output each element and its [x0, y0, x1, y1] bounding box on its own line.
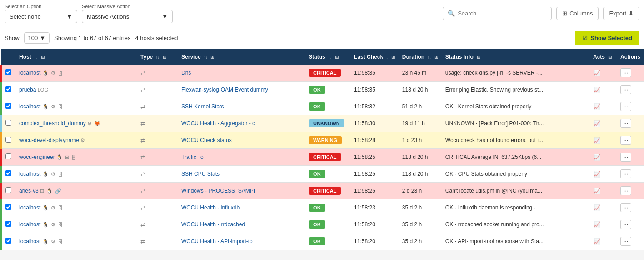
service-link[interactable]: WOCU Health - rrdcached — [181, 221, 245, 228]
columns-icon: ⊞ — [562, 10, 567, 17]
row-checkbox[interactable] — [5, 86, 11, 92]
host-type-icon: 🗄 — [58, 104, 63, 110]
service-link[interactable]: WOCU Health - influxdb — [181, 204, 240, 211]
status-sort-icon[interactable]: ↑↓ — [328, 56, 332, 60]
acts-chart-icon[interactable]: 📈 — [593, 154, 600, 161]
more-actions-button[interactable]: ··· — [620, 203, 631, 212]
lastcheck-value: 11:58:20 — [354, 221, 375, 228]
table-row: localhost 🐧⚙🗄 ⇄ SSH CPU Stats OK 11:58:2… — [1, 166, 644, 183]
row-checkbox[interactable] — [5, 120, 11, 126]
host-type-icon: ⚙ — [51, 171, 55, 177]
host-sort-icon[interactable]: ↑↓ — [34, 56, 38, 60]
search-input[interactable] — [458, 10, 547, 17]
acts-chart-icon[interactable]: 📈 — [593, 171, 600, 178]
lastcheck-value: 11:58:20 — [354, 238, 375, 245]
host-link[interactable]: wocu-devel-displayname — [19, 137, 79, 143]
status-badge: OK — [309, 102, 325, 111]
show-label: Show — [5, 35, 20, 41]
more-actions-button[interactable]: ··· — [620, 169, 631, 178]
acts-chart-icon[interactable]: 📈 — [593, 137, 600, 144]
row-checkbox-cell — [1, 65, 15, 82]
massive-action-group: Select Massive Action Massive Actions ▼ — [82, 4, 173, 23]
acts-chart-icon[interactable]: 📈 — [593, 120, 600, 127]
columns-button[interactable]: ⊞ Columns — [556, 7, 599, 20]
service-link[interactable]: Traffic_lo — [181, 154, 204, 160]
lastcheck-sort-icon[interactable]: ↓ — [386, 56, 388, 60]
service-link[interactable]: Flexwan-syslog-OAM Event dummy — [181, 87, 268, 93]
massive-action-dropdown[interactable]: Massive Actions ▼ — [82, 10, 173, 23]
type-col-icons: ⊞ — [163, 55, 166, 60]
more-actions-button[interactable]: ··· — [620, 102, 631, 111]
acts-chart-icon[interactable]: 📈 — [593, 204, 600, 211]
search-box[interactable]: 🔍 — [443, 7, 552, 20]
per-page-select[interactable]: 100 ▼ — [24, 32, 50, 44]
host-icons: LOG — [38, 87, 49, 92]
host-link[interactable]: localhost — [19, 204, 40, 211]
service-link[interactable]: Windows - PROCESS_SAMPI — [181, 188, 255, 194]
more-actions-button[interactable]: ··· — [620, 119, 631, 128]
service-sort-icon[interactable]: ↑↓ — [204, 56, 207, 60]
more-actions-button[interactable]: ··· — [620, 136, 631, 145]
row-checkbox[interactable] — [5, 153, 11, 159]
duration-sort-icon[interactable]: ↑↓ — [427, 56, 431, 60]
col-header-actions: Actions — [617, 49, 644, 65]
statusinfo-text: Error ping Elastic. Showing previous st.… — [445, 87, 543, 93]
row-checkbox[interactable] — [5, 238, 11, 244]
show-selected-button[interactable]: ☑ Show Selected — [575, 31, 639, 45]
more-actions-button[interactable]: ··· — [620, 153, 631, 162]
more-actions-button[interactable]: ··· — [620, 220, 631, 229]
host-link[interactable]: wocu-engineer — [19, 154, 55, 160]
host-link[interactable]: localhost — [19, 221, 40, 228]
acts-chart-icon[interactable]: 📈 — [593, 221, 600, 228]
lastcheck-cell: 11:58:23 — [350, 199, 399, 216]
actions-cell: ··· — [617, 216, 644, 233]
acts-chart-icon[interactable]: 📈 — [593, 87, 600, 93]
type-sort-icon[interactable]: ↑↓ — [155, 56, 159, 60]
host-link[interactable]: complex_threshold_dummy — [19, 120, 86, 127]
row-checkbox[interactable] — [5, 137, 11, 143]
row-checkbox-cell — [1, 149, 15, 166]
entry-info: Showing 1 to 67 of 67 entries — [54, 35, 130, 41]
row-checkbox[interactable] — [5, 221, 11, 227]
more-actions-button[interactable]: ··· — [620, 237, 631, 246]
row-checkbox[interactable] — [5, 187, 11, 193]
more-actions-button[interactable]: ··· — [620, 85, 631, 94]
more-actions-button[interactable]: ··· — [620, 68, 631, 77]
host-link[interactable]: localhost — [19, 103, 40, 110]
lastcheck-value: 11:58:28 — [354, 137, 375, 143]
host-link[interactable]: prueba — [19, 87, 36, 93]
row-checkbox[interactable] — [5, 204, 11, 210]
host-link[interactable]: aries-v3 — [19, 188, 39, 194]
more-actions-button[interactable]: ··· — [620, 186, 631, 195]
host-type-icon: 🗄 — [71, 155, 76, 160]
service-link[interactable]: WOCU Health - Aggregator - c — [181, 120, 255, 127]
export-button[interactable]: Export ⬇ — [603, 7, 639, 20]
acts-chart-icon[interactable]: 📈 — [593, 188, 600, 194]
row-checkbox[interactable] — [5, 69, 11, 75]
host-cell: complex_threshold_dummy ⚙🦊 — [15, 115, 137, 132]
lastcheck-cell: 11:58:25 — [350, 166, 399, 183]
acts-chart-icon[interactable]: 📈 — [593, 103, 600, 110]
service-link[interactable]: SSH CPU Stats — [181, 171, 220, 177]
row-checkbox[interactable] — [5, 170, 11, 176]
acts-chart-icon[interactable]: 📈 — [593, 238, 600, 245]
show-selected-check-icon: ☑ — [582, 35, 588, 41]
select-option-dropdown[interactable]: Select none ▼ — [5, 10, 77, 23]
service-link[interactable]: WOCU Check status — [181, 137, 232, 143]
host-type-icon: ⚙ — [80, 138, 85, 143]
acts-chart-icon[interactable]: 📈 — [593, 70, 600, 76]
type-cell: ⇄ — [137, 149, 178, 166]
row-checkbox[interactable] — [5, 103, 11, 109]
acts-cell: 📈 — [589, 166, 617, 183]
service-link[interactable]: SSH Kernel Stats — [181, 103, 224, 110]
host-type-icon: 🐧 — [56, 154, 63, 160]
lastcheck-value: 11:58:35 — [354, 87, 375, 93]
host-link[interactable]: localhost — [19, 70, 40, 76]
host-link[interactable]: localhost — [19, 238, 40, 245]
status-cell: CRITICAL — [305, 183, 350, 199]
statusinfo-text: Can't locate utils.pm in @INC (you ma... — [445, 188, 542, 194]
service-link[interactable]: WOCU Health - API-import-to — [181, 238, 253, 245]
host-link[interactable]: localhost — [19, 171, 40, 177]
service-link[interactable]: Dns — [181, 70, 191, 76]
host-cell: localhost 🐧⚙🗄 — [15, 216, 137, 233]
